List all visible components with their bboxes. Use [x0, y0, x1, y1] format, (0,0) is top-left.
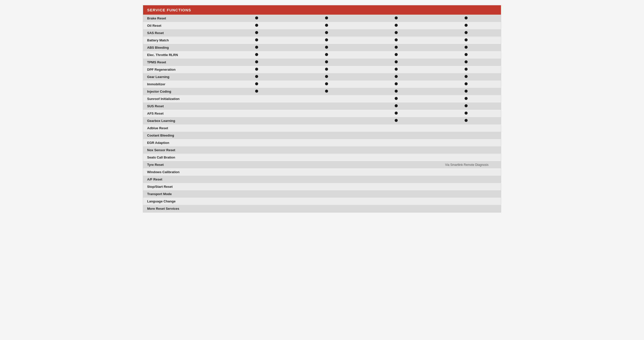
row-cell-col2 [291, 37, 361, 44]
row-cell-col1 [222, 15, 292, 22]
row-cell-col2 [291, 59, 361, 66]
row-cell-col4 [431, 44, 501, 51]
row-cell-col4 [431, 198, 501, 205]
dot-indicator [395, 75, 398, 78]
dot-indicator [395, 90, 398, 93]
row-cell-col1 [222, 124, 292, 132]
row-cell-col2 [291, 161, 361, 168]
row-label: Seats Call Bration [143, 154, 222, 161]
dot-indicator [465, 112, 468, 115]
table-row: Stop/Start Reset [143, 183, 501, 190]
row-label: A/F Reset [143, 176, 222, 183]
table-row: Battery Match [143, 37, 501, 44]
row-cell-col4 [431, 22, 501, 29]
dot-indicator [395, 119, 398, 122]
row-cell-col3 [361, 44, 431, 51]
row-cell-col3 [361, 22, 431, 29]
dot-indicator [465, 75, 468, 78]
row-cell-col1 [222, 154, 292, 161]
dot-indicator [395, 60, 398, 63]
dot-indicator [255, 60, 258, 63]
row-cell-col2 [291, 102, 361, 110]
row-cell-col4 [431, 37, 501, 44]
dot-indicator [395, 46, 398, 49]
row-cell-col2 [291, 205, 361, 212]
row-cell-col4 [431, 139, 501, 146]
dot-indicator [255, 31, 258, 34]
row-cell-col3 [361, 154, 431, 161]
row-cell-col4: Via Smartlink Remote Diagnosis [431, 161, 501, 168]
row-cell-col1 [222, 44, 292, 51]
table-row: DPF Regeneration [143, 66, 501, 73]
row-label: Coolant Bleeding [143, 132, 222, 139]
row-cell-col3 [361, 198, 431, 205]
row-label: Windows Calibration [143, 168, 222, 176]
dot-indicator [255, 75, 258, 78]
row-cell-col3 [361, 95, 431, 102]
row-cell-col1 [222, 205, 292, 212]
dot-indicator [325, 53, 328, 56]
dot-indicator [395, 104, 398, 107]
dot-indicator [325, 82, 328, 85]
row-cell-col2 [291, 110, 361, 117]
row-label: ABS Bleeding [143, 44, 222, 51]
row-cell-col1 [222, 146, 292, 154]
row-cell-col3 [361, 59, 431, 66]
service-functions-table: SERVICE FUNCTIONS Brake ResetOil ResetSA… [143, 5, 501, 213]
row-cell-col1 [222, 66, 292, 73]
dot-indicator [465, 68, 468, 71]
dot-indicator [395, 68, 398, 71]
row-cell-col2 [291, 44, 361, 51]
row-cell-col3 [361, 132, 431, 139]
table-row: Language Change [143, 198, 501, 205]
row-cell-col4 [431, 205, 501, 212]
row-cell-col4 [431, 190, 501, 198]
table-row: Windows Calibration [143, 168, 501, 176]
row-cell-col3 [361, 15, 431, 22]
row-cell-col3 [361, 139, 431, 146]
table-row: Sunroof Initialization [143, 95, 501, 102]
row-label: Oil Reset [143, 22, 222, 29]
table-row: SUS Reset [143, 102, 501, 110]
table-row: Seats Call Bration [143, 154, 501, 161]
row-cell-col4 [431, 168, 501, 176]
table-row: TPMS Reset [143, 59, 501, 66]
row-label: Brake Reset [143, 15, 222, 22]
table-header: SERVICE FUNCTIONS [143, 5, 501, 15]
row-label: SAS Reset [143, 29, 222, 37]
table-row: Brake Reset [143, 15, 501, 22]
row-cell-col2 [291, 51, 361, 59]
row-cell-col4 [431, 124, 501, 132]
row-label: Gearbox Learning [143, 117, 222, 124]
row-cell-col4 [431, 183, 501, 190]
table-row: Coolant Bleeding [143, 132, 501, 139]
row-cell-col4 [431, 51, 501, 59]
row-cell-col2 [291, 139, 361, 146]
table-row: Elec. Throttle RLRN [143, 51, 501, 59]
row-cell-col3 [361, 161, 431, 168]
row-cell-col1 [222, 198, 292, 205]
row-label: Language Change [143, 198, 222, 205]
header-title: SERVICE FUNCTIONS [147, 8, 191, 12]
row-cell-col2 [291, 22, 361, 29]
row-label: Sunroof Initialization [143, 95, 222, 102]
table-row: ABS Bleeding [143, 44, 501, 51]
dot-indicator [465, 31, 468, 34]
row-cell-col4 [431, 66, 501, 73]
dot-indicator [325, 38, 328, 41]
row-label: Immobilizer [143, 81, 222, 88]
row-label: TPMS Reset [143, 59, 222, 66]
row-label: Transport Mode [143, 190, 222, 198]
row-cell-col3 [361, 81, 431, 88]
row-cell-col2 [291, 73, 361, 81]
table-row: Immobilizer [143, 81, 501, 88]
dot-indicator [395, 82, 398, 85]
row-cell-col2 [291, 124, 361, 132]
row-label: Adblue Reset [143, 124, 222, 132]
dot-indicator [395, 38, 398, 41]
dot-indicator [255, 82, 258, 85]
dot-indicator [255, 68, 258, 71]
dot-indicator [255, 46, 258, 49]
dot-indicator [395, 16, 398, 19]
row-cell-col3 [361, 124, 431, 132]
